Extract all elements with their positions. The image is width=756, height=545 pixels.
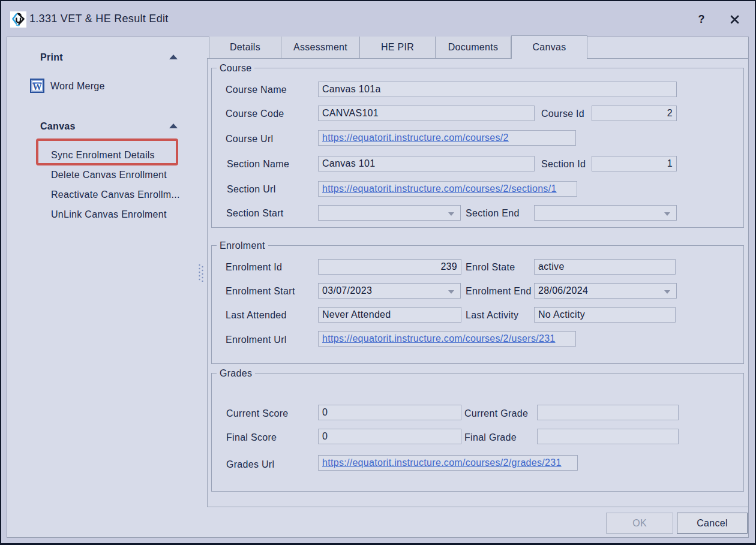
sidebar-group-print[interactable]: Print [40,52,63,63]
last-attended-label: Last Attended [226,310,287,321]
group-enrolment-title: Enrolment [217,240,268,251]
enrolment-url-label: Enrolment Url [226,335,287,345]
enrolment-start-label: Enrolment Start [226,286,295,297]
course-code-input[interactable]: CANVAS101 [318,106,535,121]
dropdown-arrow-icon [448,212,454,216]
last-attended-input[interactable]: Never Attended [318,307,461,323]
sidebar-group-canvas[interactable]: Canvas [40,121,76,132]
course-url-link[interactable]: https://equatorit.instructure.com/course… [318,130,576,146]
section-start-label: Section Start [226,208,284,219]
course-name-label: Course Name [226,85,287,95]
enrol-state-input[interactable]: active [534,259,676,275]
course-name-input[interactable]: Canvas 101a [318,82,677,97]
current-score-input[interactable]: 0 [318,405,461,420]
close-button[interactable] [727,12,742,26]
group-grades-title: Grades [217,368,255,379]
current-score-label: Current Score [226,408,289,419]
word-document-icon: W [30,79,44,93]
dropdown-arrow-icon [448,290,454,294]
grades-url-link[interactable]: https://equatorit.instructure.com/course… [318,455,578,471]
app-logo-icon [10,11,26,28]
section-end-combo[interactable] [534,205,677,221]
final-score-input[interactable]: 0 [318,429,461,444]
last-activity-label: Last Activity [466,310,518,321]
enrolment-end-label: Enrolment End [466,286,532,297]
tab-details[interactable]: Details [209,37,281,58]
section-name-label: Section Name [227,159,289,170]
enrolment-start-combo[interactable]: 03/07/2023 [318,283,461,299]
last-activity-input[interactable]: No Acticity [534,307,676,323]
help-button[interactable]: ? [694,12,709,26]
tab-he-pir[interactable]: HE PIR [360,37,436,58]
tabstrip-baseline [207,58,749,59]
tabpage-left-border [207,58,208,507]
collapse-up-icon[interactable] [169,55,178,59]
close-x-icon [730,15,739,24]
cancel-button[interactable]: Cancel [677,513,748,534]
enrol-state-label: Enrol State [466,262,515,273]
collapse-up-icon[interactable] [169,124,178,128]
svg-text:W: W [32,82,42,92]
splitter-grip[interactable] [198,264,204,284]
tab-canvas[interactable]: Canvas [511,35,587,59]
tabpage-bottom-border [207,507,749,507]
current-grade-label: Current Grade [464,408,528,419]
tab-documents[interactable]: Documents [436,37,511,58]
section-url-label: Section Url [227,184,276,195]
final-grade-label: Final Grade [464,432,517,443]
section-name-input[interactable]: Canvas 101 [318,156,535,171]
section-url-link[interactable]: https://equatorit.instructure.com/course… [318,181,577,197]
section-id-input[interactable]: 1 [592,156,677,171]
sidebar-item-reactivate-canvas-enrollment[interactable]: Reactivate Canvas Enrollm... [51,189,180,200]
final-grade-input[interactable] [537,429,679,444]
section-end-label: Section End [466,208,520,219]
enrolment-id-label: Enrolment Id [226,262,282,273]
enrolment-url-link[interactable]: https://equatorit.instructure.com/course… [318,331,576,347]
window-title: 1.331 VET & HE Result Edit [29,13,169,25]
course-id-input[interactable]: 2 [592,106,677,121]
ok-button[interactable]: OK [606,513,673,534]
section-id-label: Section Id [541,159,586,170]
enrolment-id-input[interactable]: 239 [318,259,461,275]
group-course-title: Course [217,62,254,74]
title-bar[interactable]: 1.331 VET & HE Result Edit ? [1,1,755,37]
final-score-label: Final Score [226,432,277,443]
sidebar-item-unlink-canvas-enrolment[interactable]: UnLink Canvas Enrolment [51,209,167,220]
course-id-label: Course Id [541,109,584,119]
course-url-label: Course Url [226,134,273,144]
sidebar-item-sync-enrolment-details[interactable]: Sync Enrolment Details [51,150,155,161]
sidebar-item-delete-canvas-enrollment[interactable]: Delete Canvas Enrollment [51,170,167,180]
enrolment-end-combo[interactable]: 28/06/2024 [534,283,677,299]
sidebar-item-word-merge[interactable]: Word Merge [50,81,105,92]
tab-assessment[interactable]: Assessment [281,37,360,58]
dialog-window: 1.331 VET & HE Result Edit ? Print W Wor… [0,0,756,545]
dropdown-arrow-icon [664,212,670,216]
dropdown-arrow-icon [664,290,670,294]
current-grade-input[interactable] [537,405,679,420]
grades-url-label: Grades Url [226,459,274,470]
section-start-combo[interactable] [318,205,461,221]
course-code-label: Course Code [226,109,284,119]
